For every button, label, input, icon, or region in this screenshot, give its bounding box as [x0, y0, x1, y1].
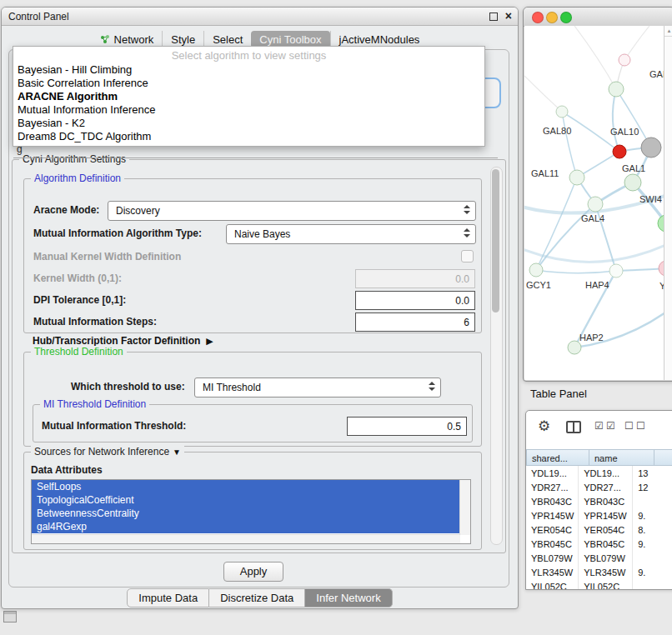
table-cell: 9.: [633, 508, 672, 522]
network-window-titlebar[interactable]: [524, 8, 672, 27]
table-row[interactable]: YBL079WYBL079W: [526, 551, 672, 565]
mi-threshold-field[interactable]: 0.5: [347, 417, 467, 436]
table-cell: YBR045C: [579, 537, 633, 551]
table-cell: YDR27...: [579, 480, 633, 494]
network-node-label: GAL11: [531, 168, 559, 178]
deselect-all-columns-icon[interactable]: ☐ ☐: [624, 420, 645, 432]
table-row[interactable]: YDL19...YDL19...13: [526, 466, 672, 480]
algorithm-option[interactable]: ARACNE Algorithm: [13, 90, 484, 103]
threshold-definition-group: Threshold Definition Which threshold to …: [23, 352, 482, 447]
network-node-label: GAL80: [543, 126, 571, 136]
network-node-label: GAL1: [622, 163, 645, 173]
column-header[interactable]: name: [589, 449, 654, 466]
algorithm-option[interactable]: Bayesian - Hill Climbing: [13, 63, 484, 77]
column-header[interactable]: shared...: [526, 449, 589, 466]
table-row[interactable]: YLR345WYLR345W9.: [526, 565, 672, 579]
mi-type-combo[interactable]: Naive Bayes: [226, 224, 476, 244]
network-node[interactable]: [641, 138, 661, 158]
dpi-tolerance-field[interactable]: 0.0: [355, 291, 475, 310]
float-window-icon[interactable]: [489, 12, 498, 21]
select-all-columns-icon[interactable]: ☑ ☑: [594, 420, 615, 432]
table-cell: YDL19...: [579, 466, 633, 480]
network-node[interactable]: [609, 264, 623, 278]
data-attributes-label: Data Attributes: [31, 464, 103, 476]
sources-toggle[interactable]: Sources for Network Inference▼: [31, 446, 184, 458]
tab-infer-network[interactable]: Infer Network: [305, 588, 392, 608]
hub-definition-toggle[interactable]: Hub/Transcription Factor Definition ▶: [33, 335, 213, 347]
attribute-item[interactable]: SelfLoops: [32, 480, 460, 493]
network-edge: [613, 89, 619, 152]
attribute-item[interactable]: TopologicalCoefficient: [32, 493, 460, 507]
network-node[interactable]: [619, 54, 630, 66]
attribute-item[interactable]: gal4RGexp: [32, 520, 460, 533]
aracne-mode-combo[interactable]: Discovery: [108, 201, 476, 221]
kernel-width-label: Kernel Width (0,1):: [33, 272, 122, 284]
network-node[interactable]: [568, 341, 581, 354]
close-button[interactable]: [532, 12, 544, 23]
minimize-button[interactable]: [546, 12, 558, 23]
apply-button[interactable]: Apply: [223, 562, 283, 582]
column-view-icon[interactable]: [566, 421, 581, 433]
algorithm-option[interactable]: Basic Correlation Inference: [13, 77, 484, 90]
network-edge: [536, 270, 616, 273]
attribute-list-hscrollbar[interactable]: [32, 534, 460, 543]
which-threshold-label: Which threshold to use:: [71, 381, 185, 392]
table-row[interactable]: YDR27...YDR27...12: [526, 480, 672, 494]
table-header-row[interactable]: shared...name: [526, 449, 672, 466]
scroll-up-icon[interactable]: ▴: [664, 26, 672, 37]
attribute-list-vscrollbar[interactable]: [459, 480, 470, 535]
table-cell: 12: [633, 480, 672, 494]
table-cell: 9.: [633, 537, 672, 551]
mi-steps-field[interactable]: 6: [355, 312, 475, 332]
table-row[interactable]: YER054CYER054C8.: [526, 522, 672, 537]
table-cell: [633, 494, 672, 508]
expanded-arrow-icon: ▼: [173, 448, 181, 457]
network-node[interactable]: [569, 170, 584, 185]
network-node[interactable]: [613, 145, 626, 158]
close-icon[interactable]: ×: [505, 9, 512, 22]
network-graph[interactable]: GAL8GAL80GAL10GAL11GAL1SWI4GAL4GCY1HAP4Y…: [524, 26, 664, 379]
network-node[interactable]: [588, 197, 603, 212]
tab-discretize-data[interactable]: Discretize Data: [209, 588, 305, 608]
table-row[interactable]: YIL052CYIL052C: [526, 579, 672, 590]
table-cell: YBR043C: [526, 494, 579, 508]
table-cell: YPR145W: [579, 508, 633, 522]
network-edge: [562, 112, 577, 178]
table-row[interactable]: YBR043CYBR043C: [526, 494, 672, 508]
which-threshold-combo[interactable]: MI Threshold: [194, 378, 441, 398]
algorithm-option[interactable]: Dream8 DC_TDC Algorithm: [13, 130, 484, 143]
network-node-label: SWI4: [639, 194, 662, 204]
network-node-label: HAP4: [585, 280, 609, 290]
settings-scrollbar-thumb[interactable]: [492, 169, 499, 312]
network-edge: [524, 76, 562, 112]
collapsed-arrow-icon: ▶: [206, 336, 213, 347]
settings-scrollbar[interactable]: [490, 167, 503, 545]
table-cell: YDR27...: [526, 480, 579, 494]
combo-arrows-icon: [464, 205, 471, 217]
mi-steps-label: Mutual Information Steps:: [33, 316, 157, 328]
network-vscrollbar[interactable]: ▴: [664, 26, 672, 380]
control-panel-window: Control Panel × Network Style Select Cyn…: [1, 7, 519, 609]
table-row[interactable]: YBR045CYBR045C9.: [526, 537, 672, 551]
network-node[interactable]: [624, 174, 641, 191]
algorithm-option[interactable]: Bayesian - K2: [13, 117, 484, 130]
control-panel-titlebar[interactable]: Control Panel ×: [2, 8, 518, 26]
algorithm-option[interactable]: Mutual Information Inference: [13, 103, 484, 117]
network-node[interactable]: [556, 106, 568, 118]
bottom-tabs: Impute Data Discretize Data Infer Networ…: [2, 588, 518, 608]
network-canvas[interactable]: GAL8GAL80GAL10GAL11GAL1SWI4GAL4GCY1HAP4Y…: [524, 26, 672, 380]
table-cell: YLR345W: [526, 565, 579, 579]
sources-group: Sources for Network Inference▼ Data Attr…: [23, 452, 482, 550]
zoom-button[interactable]: [560, 12, 572, 23]
network-node[interactable]: [609, 82, 624, 97]
table-panel-title: Table Panel: [530, 388, 587, 400]
mi-threshold-label: Mutual Information Threshold:: [42, 420, 186, 432]
table-row[interactable]: YPR145WYPR145W9.: [526, 508, 672, 522]
attribute-item[interactable]: BetweennessCentrality: [32, 507, 460, 520]
gear-icon[interactable]: ⚙: [538, 418, 550, 435]
table-cell: YIL052C: [526, 579, 579, 590]
column-header[interactable]: [654, 449, 672, 466]
tab-impute-data[interactable]: Impute Data: [127, 588, 209, 608]
network-node[interactable]: [529, 263, 543, 277]
minimized-panel-icon[interactable]: [3, 611, 17, 622]
